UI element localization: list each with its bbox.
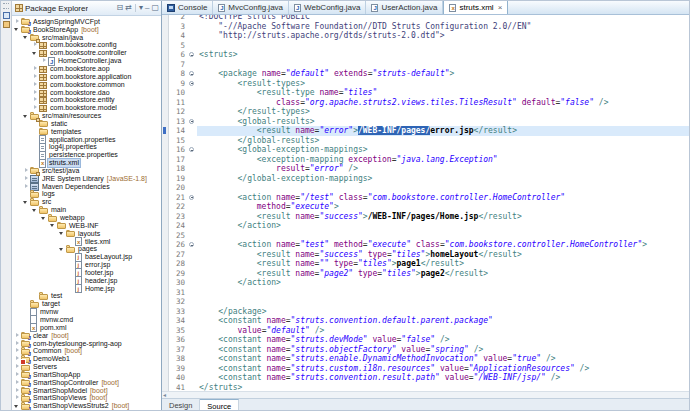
tree-item[interactable]: Jclear[boot] [12, 332, 161, 340]
restore-view-icon[interactable] [3, 12, 10, 19]
minimized-package-icon[interactable] [3, 21, 10, 28]
code-line[interactable]: result="error" /> [197, 164, 690, 174]
code-line[interactable]: <constant name="struts.objectFactory" va… [197, 345, 690, 355]
tree-item[interactable]: Servers [12, 363, 161, 371]
code-line[interactable]: "http://struts.apache.org/dtds/struts-2.… [197, 31, 690, 41]
tree-item[interactable]: Jcom-byteslounge-spring-aop [12, 340, 161, 348]
collapse-fold-icon[interactable] [189, 242, 194, 247]
tree-item[interactable]: JRE System Library[JavaSE-1.8] [12, 175, 161, 183]
collapse-arrow-icon[interactable] [14, 26, 21, 34]
tree-item[interactable]: tiles.xml [12, 238, 161, 246]
tree-item[interactable]: application.properties [12, 136, 161, 144]
tree-item[interactable]: HomeController.java [12, 57, 161, 65]
expand-arrow-icon[interactable] [32, 81, 39, 89]
tree-item[interactable]: WEB-INF [12, 222, 161, 230]
tree-item[interactable]: pages [12, 245, 161, 253]
expand-arrow-icon[interactable] [32, 65, 39, 73]
expand-arrow-icon[interactable] [32, 73, 39, 81]
close-tab-icon[interactable]: × [498, 4, 503, 12]
editor-tab-useraction-java[interactable]: UserAction.java [366, 1, 443, 14]
code-line[interactable]: </action> [197, 221, 690, 231]
code-line[interactable]: <global-results> [197, 117, 690, 127]
code-line[interactable] [197, 183, 690, 193]
code-line[interactable]: </struts> [197, 383, 690, 392]
editor-tab-struts-xml[interactable]: struts.xml× [443, 1, 508, 14]
package-explorer-tree[interactable]: JAssignSpringMVCFptJBookStoreApp[boot]sr… [12, 16, 161, 411]
collapse-arrow-icon[interactable] [59, 230, 66, 238]
collapse-arrow-icon[interactable] [23, 198, 30, 206]
code-line[interactable]: <constant name="struts.convention.defaul… [197, 316, 690, 326]
code-line[interactable]: <package name="default" extends="struts-… [197, 69, 690, 79]
editor-tab-console[interactable]: Console [162, 1, 213, 14]
code-line[interactable]: <exception-mapping exception="java.lang.… [197, 155, 690, 165]
tree-item[interactable]: com.booksotre.controller [12, 49, 161, 57]
expand-arrow-icon[interactable] [14, 347, 21, 355]
expand-arrow-icon[interactable] [32, 89, 39, 97]
expand-arrow-icon[interactable] [14, 371, 21, 379]
tree-item[interactable]: com.bookstore.entity [12, 96, 161, 104]
tree-item[interactable]: src [12, 198, 161, 206]
editor-code-area[interactable]: <!DOCTYPE struts PUBLIC "-//Apache Softw… [197, 15, 690, 391]
collapse-arrow-icon[interactable] [50, 222, 57, 230]
code-line[interactable]: <result name="" type="tiles">page1</resu… [197, 259, 690, 269]
code-line[interactable]: <result-types> [197, 79, 690, 89]
tree-item[interactable]: JSmartShopController[boot] [12, 379, 161, 387]
expand-arrow-icon[interactable] [23, 167, 30, 175]
code-line[interactable]: <result name="success" type="tiles">home… [197, 250, 690, 260]
expand-arrow-icon[interactable] [14, 387, 21, 395]
code-line[interactable]: "-//Apache Software Foundation//DTD Stru… [197, 22, 690, 32]
code-line[interactable]: </global-results> [197, 136, 690, 146]
expand-arrow-icon[interactable] [14, 18, 21, 26]
tree-item[interactable]: Home.jsp [12, 285, 161, 293]
editor-tab-webconfig-java[interactable]: WebConfig.java [289, 1, 366, 14]
tree-item[interactable]: static [12, 120, 161, 128]
tree-item[interactable]: src/main/java [12, 34, 161, 42]
tree-item[interactable]: com.bookstore.application [12, 73, 161, 81]
collapse-fold-icon[interactable] [189, 195, 194, 200]
code-line[interactable]: <constant name="struts.convention.result… [197, 373, 690, 383]
editor-tab-mvcconfig-java[interactable]: MvcConfig.java [213, 1, 289, 14]
tree-item[interactable]: JAssignSpringMVCFpt [12, 18, 161, 26]
expand-arrow-icon[interactable] [14, 379, 21, 387]
code-line[interactable]: </result-types> [197, 107, 690, 117]
collapse-arrow-icon[interactable] [59, 245, 66, 253]
code-line[interactable]: <constant name="struts.devMode" value="f… [197, 335, 690, 345]
tree-item[interactable]: src/test/java [12, 167, 161, 175]
tree-item[interactable]: webapp [12, 214, 161, 222]
bottom-tab-source[interactable]: Source [200, 399, 239, 411]
tree-item[interactable]: com.bookstore.dao [12, 89, 161, 97]
tree-item[interactable]: JCommon[boot] [12, 347, 161, 355]
tree-item[interactable]: pom.xml [12, 324, 161, 332]
expand-arrow-icon[interactable] [32, 96, 39, 104]
tree-item[interactable]: header.jsp [12, 277, 161, 285]
fold-gutter[interactable] [188, 15, 197, 391]
tree-item[interactable]: com.bookstore.common [12, 81, 161, 89]
code-line[interactable]: <global-exception-mappings> [197, 145, 690, 155]
code-line[interactable] [197, 60, 690, 70]
collapse-fold-icon[interactable] [189, 52, 194, 57]
code-line[interactable]: method="execute"> [197, 202, 690, 212]
collapse-fold-icon[interactable] [189, 81, 194, 86]
collapse-arrow-icon[interactable] [23, 112, 30, 120]
code-line[interactable]: </action> [197, 278, 690, 288]
tree-item[interactable]: log4j.properties [12, 144, 161, 152]
expand-arrow-icon[interactable] [14, 340, 21, 348]
collapse-arrow-icon[interactable] [32, 206, 39, 214]
tree-item[interactable]: templates [12, 128, 161, 136]
code-line[interactable]: <result name="page2" type="tiles">page2<… [197, 269, 690, 279]
tree-item[interactable]: JSmartShopViews[boot] [12, 395, 161, 403]
minimize-icon[interactable]: – [145, 4, 149, 12]
collapse-all-icon[interactable]: ⊟ [117, 4, 124, 12]
tree-item[interactable]: JSmartShopModel[boot] [12, 387, 161, 395]
expand-arrow-icon[interactable] [23, 183, 30, 191]
collapse-arrow-icon[interactable] [41, 214, 48, 222]
code-line[interactable]: <action name="/test" class="com.bookstor… [197, 193, 690, 203]
code-line[interactable]: class="org.apache.struts2.views.tiles.Ti… [197, 98, 690, 108]
collapse-fold-icon[interactable] [189, 71, 194, 76]
code-line[interactable]: </package> [197, 307, 690, 317]
tree-item[interactable]: baseLayout.jsp [12, 253, 161, 261]
code-line[interactable]: <action name="test" method="execute" cla… [197, 240, 690, 250]
link-with-editor-icon[interactable]: ⇄ [125, 4, 132, 12]
horizontal-scrollbar[interactable]: ◂ [162, 391, 690, 398]
code-line[interactable] [197, 41, 690, 51]
